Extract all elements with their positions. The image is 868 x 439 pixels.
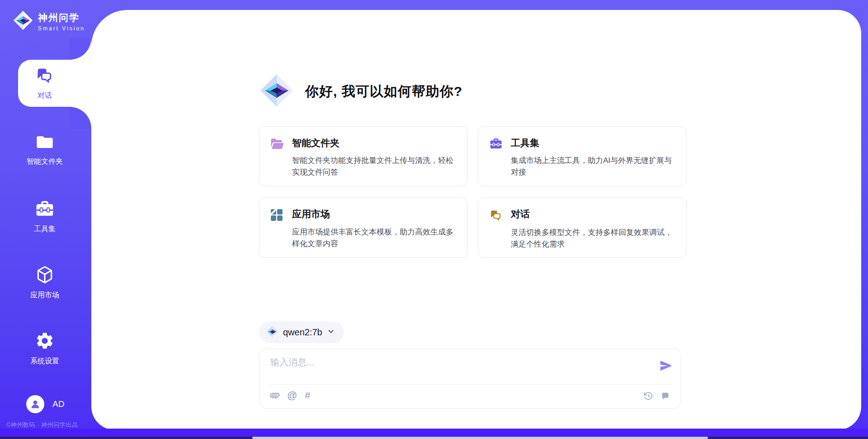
sidebar-item-label: 智能文件夹 <box>27 157 63 167</box>
chevron-down-icon <box>327 327 335 337</box>
topic-hash-button[interactable]: # <box>305 391 310 401</box>
sidebar-item-chat[interactable]: 对话 <box>0 66 90 100</box>
folder-icon <box>35 133 55 153</box>
message-composer: @ # <box>259 348 681 409</box>
sidebar-item-label: 工具集 <box>34 224 56 234</box>
composer-tools-left: @ # <box>270 391 311 401</box>
greeting-title: 你好, 我可以如何帮助你? <box>305 82 462 101</box>
brand-logo[interactable]: 神州问学 Smart Vision <box>13 10 85 33</box>
send-button[interactable] <box>659 359 673 372</box>
briefcase-icon <box>489 136 511 152</box>
tab-fillet-top <box>70 38 91 60</box>
card-title: 应用市场 <box>292 207 457 224</box>
scrollbar-thumb[interactable] <box>252 437 708 439</box>
card-smart-folder[interactable]: 智能文件夹 智能文件夹功能支持批量文件上传与清洗，轻松实现文件问答 <box>259 126 468 186</box>
history-clock-icon <box>644 391 653 401</box>
app-window: 神州问学 Smart Vision 对话 智能文件夹 <box>0 0 868 439</box>
tab-fillet-bottom <box>70 107 91 129</box>
sidebar-item-settings[interactable]: 系统设置 <box>0 331 90 366</box>
card-description: 应用市场提供丰富长文本模板，助力高效生成多样化文章内容 <box>292 226 457 251</box>
feature-cards: 智能文件夹 智能文件夹功能支持批量文件上传与清洗，轻松实现文件问答 工具集 集成… <box>259 126 687 258</box>
brand-name: 神州问学 <box>38 11 85 24</box>
card-app-market[interactable]: 应用市场 应用市场提供丰富长文本模板，助力高效生成多样化文章内容 <box>259 197 468 258</box>
card-description: 灵活切换多模型文件，支持多样回复效果调试，满足个性化需求 <box>511 227 675 251</box>
greeting: 你好, 我可以如何帮助你? <box>259 73 462 110</box>
user-menu[interactable]: AD <box>26 395 64 413</box>
sidebar-item-label: 应用市场 <box>30 291 59 300</box>
sidebar: 神州问学 Smart Vision 对话 智能文件夹 <box>0 0 91 439</box>
chat-bubbles-icon <box>489 207 511 224</box>
sidebar-item-smart-folder[interactable]: 智能文件夹 <box>0 133 90 167</box>
sidebar-item-label: 对话 <box>38 91 52 100</box>
person-icon <box>29 398 41 410</box>
message-input[interactable] <box>270 356 641 382</box>
folder-open-icon <box>270 136 292 152</box>
attach-file-button[interactable] <box>270 391 279 400</box>
copyright-footer: ©神州数码 · 神州问学出品 <box>6 421 92 429</box>
brand-text: 神州问学 Smart Vision <box>38 11 85 32</box>
bottom-accent-bar <box>0 429 868 437</box>
card-chat[interactable]: 对话 灵活切换多模型文件，支持多样回复效果调试，满足个性化需求 <box>478 197 687 258</box>
model-name: qwen2:7b <box>283 327 322 338</box>
feedback-bubble-button[interactable] <box>660 391 670 401</box>
sidebar-item-app-market[interactable]: 应用市场 <box>0 265 90 300</box>
model-diamond-icon <box>266 325 278 339</box>
send-plane-icon <box>659 359 673 372</box>
model-selector[interactable]: qwen2:7b <box>259 321 344 343</box>
card-title: 智能文件夹 <box>292 136 457 152</box>
composer-tools-right <box>644 391 670 401</box>
cube-icon <box>35 265 55 286</box>
card-title: 对话 <box>511 207 675 224</box>
gear-icon <box>35 331 55 353</box>
avatar <box>26 395 44 413</box>
card-toolset[interactable]: 工具集 集成市场上主流工具，助力AI与外界无缝扩展与对接 <box>478 126 687 186</box>
chat-bubble-icon <box>660 391 670 401</box>
user-initials: AD <box>52 399 64 409</box>
toolbox-icon <box>35 200 55 220</box>
composer-divider <box>268 384 673 385</box>
paperclip-icon <box>269 389 281 402</box>
horizontal-scrollbar[interactable] <box>0 437 868 439</box>
history-button[interactable] <box>644 391 653 401</box>
sidebar-item-toolset[interactable]: 工具集 <box>0 200 90 234</box>
card-title: 工具集 <box>511 136 675 152</box>
sidebar-item-label: 系统设置 <box>30 357 59 366</box>
main-panel: 你好, 我可以如何帮助你? 智能文件夹 智能文件夹功能支持批量文件上传与清洗，轻… <box>91 10 861 430</box>
brand-subtitle: Smart Vision <box>38 25 85 32</box>
brand-diamond-icon <box>13 10 33 33</box>
mention-button[interactable]: @ <box>287 391 297 401</box>
chat-bubbles-icon <box>35 66 54 87</box>
app-grid-icon <box>270 207 292 224</box>
card-description: 智能文件夹功能支持批量文件上传与清洗，轻松实现文件问答 <box>292 155 457 179</box>
card-description: 集成市场上主流工具，助力AI与外界无缝扩展与对接 <box>511 155 675 179</box>
greeting-diamond-icon <box>259 73 294 110</box>
